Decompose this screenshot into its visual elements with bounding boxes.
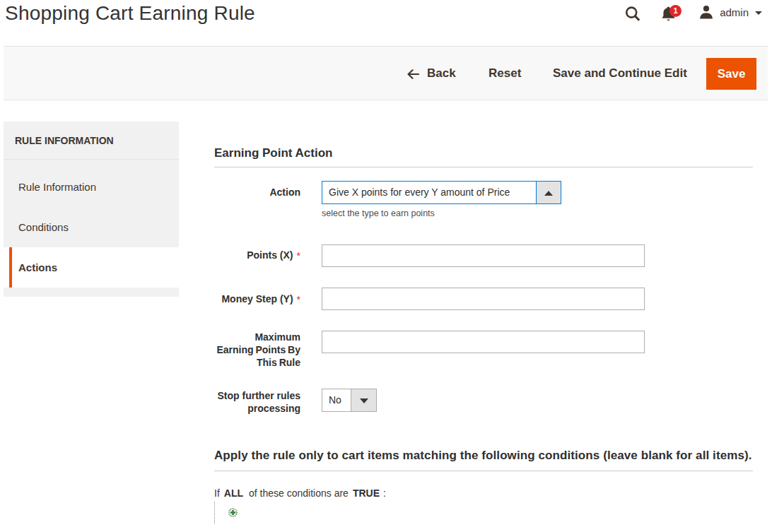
save-button[interactable]: Save (706, 58, 756, 90)
required-asterisk: * (297, 294, 300, 305)
user-menu[interactable]: admin (699, 5, 762, 19)
section-divider (214, 167, 753, 167)
page-title: Shopping Cart Earning Rule (5, 2, 255, 25)
action-label: Action (214, 186, 300, 199)
stop-rules-select-value: No (322, 389, 351, 411)
search-icon[interactable] (625, 6, 641, 22)
sidebar-title: RULE INFORMATION (4, 122, 179, 160)
rule-information-nav: RULE INFORMATION Rule Information Condit… (4, 122, 179, 297)
action-note: select the type to earn points (322, 208, 435, 218)
sidebar-item-rule-information[interactable]: Rule Information (4, 167, 179, 207)
user-icon (699, 5, 713, 19)
triangle-down-icon (360, 398, 368, 403)
money-step-input[interactable] (322, 288, 645, 310)
action-select-value: Give X points for every Y amount of Pric… (322, 182, 536, 203)
back-button[interactable]: Back (407, 47, 456, 100)
points-input[interactable] (322, 244, 645, 267)
sidebar-item-conditions[interactable]: Conditions (4, 207, 179, 247)
max-points-input[interactable] (322, 331, 645, 353)
action-select-arrow[interactable] (536, 182, 561, 203)
page-actions-toolbar: Back Reset Save and Continue Edit Save (4, 46, 768, 100)
stop-rules-select-arrow[interactable] (351, 389, 376, 411)
notification-badge[interactable]: 1 (669, 5, 682, 17)
back-arrow-icon (407, 69, 419, 80)
section-divider (214, 471, 753, 471)
required-asterisk: * (297, 250, 300, 261)
points-label: Points (X)* (214, 249, 300, 261)
sidebar-item-actions[interactable]: Actions (4, 247, 179, 288)
plus-circle-icon (228, 508, 238, 517)
section-title-earning-point-action: Earning Point Action (214, 146, 332, 160)
chevron-down-icon (755, 11, 762, 15)
stop-rules-label: Stop further rules processing (214, 389, 300, 415)
stop-rules-select[interactable]: No (322, 389, 377, 412)
add-condition-button[interactable] (228, 508, 238, 518)
conditions-children (214, 502, 356, 524)
conditions-aggregator[interactable]: ALL (224, 487, 243, 499)
save-and-continue-button[interactable]: Save and Continue Edit (553, 47, 687, 100)
user-name: admin (720, 6, 749, 18)
triangle-up-icon (544, 191, 553, 196)
action-select[interactable]: Give X points for every Y amount of Pric… (322, 181, 561, 204)
conditions-value[interactable]: TRUE (353, 487, 380, 499)
money-step-label: Money Step (Y)* (214, 292, 300, 305)
max-points-label: Maximum Earning Points By This Rule (216, 331, 300, 369)
notifications-button[interactable]: 1 (662, 6, 683, 24)
sidebar-list: Rule Information Conditions Actions (4, 160, 179, 288)
conditions-rule-line: IfALLof these conditions areTRUE: (214, 487, 386, 499)
reset-button[interactable]: Reset (489, 47, 521, 100)
section-title-conditions: Apply the rule only to cart items matchi… (214, 449, 752, 463)
